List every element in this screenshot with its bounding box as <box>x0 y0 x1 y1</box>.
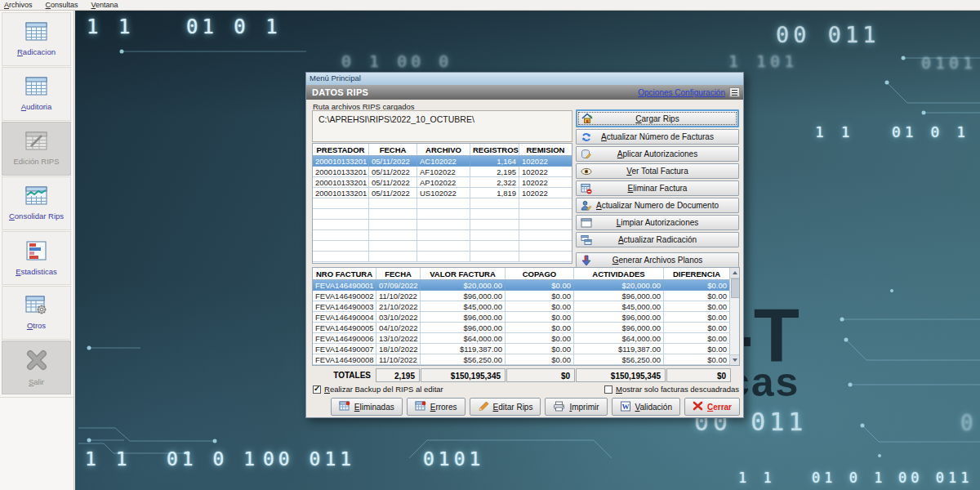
sidebar-item-label: Salir <box>29 377 44 386</box>
scroll-up-icon[interactable] <box>730 268 739 278</box>
rips-path-value: C:\APREHSI\RIPS\2022_10_OCTUBRE\ <box>318 114 474 124</box>
table-chart-icon <box>25 186 47 208</box>
file-row-empty <box>313 209 572 220</box>
binary-digits: 0101 <box>423 448 484 470</box>
file-row-selected[interactable]: 200010133201 05/11/2022 AC102022 1,164 1… <box>313 156 572 167</box>
svg-text:W: W <box>621 403 629 411</box>
binary-digits: 0101 <box>921 53 977 73</box>
action-label: Generar Archivos Planos <box>612 256 703 265</box>
sidebar-item-estadisticas[interactable]: Estadisticas <box>2 231 71 285</box>
actualizar-radicacion-button[interactable]: Actualizar Radicación <box>576 232 739 247</box>
totals-actividades: $150,195,345 <box>576 368 666 382</box>
table-edit-icon <box>25 131 47 154</box>
sidebar-item-auditoria[interactable]: Auditoria <box>2 67 71 121</box>
word-doc-icon: W <box>620 401 631 413</box>
sidebar-item-label: Edición RIPS <box>14 157 60 166</box>
file-row-empty <box>313 241 572 252</box>
invoice-row-selected[interactable]: FEVA146490001 07/09/2022 $20,000.00 $0.0… <box>313 280 729 291</box>
file-row[interactable]: 200010133201 05/11/2022 AF102022 2,195 1… <box>313 167 572 177</box>
sidebar-item-otros[interactable]: Otros <box>2 286 71 340</box>
footer-button-label: Editar Rips <box>493 403 533 412</box>
file-row-empty <box>313 230 572 241</box>
action-label: Aplicar Autorizaciones <box>617 149 697 158</box>
invoices-scrollbar[interactable] <box>729 268 739 365</box>
sidebar-item-label: Auditoria <box>21 102 52 111</box>
file-row[interactable]: 200010133201 05/11/2022 US102022 1,819 1… <box>313 188 572 198</box>
rips-path-field[interactable]: C:\APREHSI\RIPS\2022_10_OCTUBRE\ <box>312 110 572 142</box>
action-label: Limpiar Autorizaciones <box>617 218 699 227</box>
cerrar-button[interactable]: Cerrar <box>684 398 740 416</box>
binary-digits: 1 1 <box>738 470 776 486</box>
ver-total-factura-button[interactable]: Ver Total Factura <box>576 163 739 179</box>
imprimir-button[interactable]: Imprimir <box>545 398 607 416</box>
file-row-empty <box>313 220 572 230</box>
invoice-row[interactable]: FEVA146490005 04/10/2022 $96,000.00 $0.0… <box>313 323 729 333</box>
backup-checkbox-group[interactable]: Realizar Backup del RIPS al editar <box>313 385 443 394</box>
invoice-row[interactable]: FEVA146490004 03/10/2022 $96,000.00 $0.0… <box>313 312 729 323</box>
binary-digits: 1 1 <box>815 123 854 140</box>
database-edit-icon <box>581 149 592 162</box>
pencil-icon <box>478 401 489 413</box>
invoices-table-header: NRO FACTURA FECHA VALOR FACTURA COPAGO A… <box>313 268 729 280</box>
actualizar-numero-documento-button[interactable]: Actualizar Numero de Documento <box>576 198 739 213</box>
checkbox-label: Realizar Backup del RIPS al editar <box>324 385 443 394</box>
checkbox-checked-icon[interactable] <box>313 385 321 394</box>
scroll-down-icon[interactable] <box>730 354 739 365</box>
opciones-configuracion-link[interactable]: Opciones Configuración <box>638 88 725 97</box>
home-icon <box>581 113 593 126</box>
refresh-icon <box>581 131 592 145</box>
menu-ventana[interactable]: Ventana <box>91 1 118 9</box>
action-label: Actualizar Radicación <box>618 235 697 244</box>
invoice-row[interactable]: FEVA146490006 13/10/2022 $64,000.00 $0.0… <box>313 333 729 344</box>
close-x-icon <box>24 350 49 374</box>
menu-principal-dialog: Menú Principal DATOS RIPS Opciones Confi… <box>305 72 744 418</box>
totals-valor-factura: $150,195,345 <box>421 368 506 382</box>
binary-digits: 0 1 00 0 <box>341 51 452 71</box>
file-row[interactable]: 200010133201 05/11/2022 AP102022 2,322 1… <box>313 177 572 188</box>
editar-rips-button[interactable]: Editar Rips <box>470 398 541 416</box>
limpiar-autorizaciones-button[interactable]: Limpiar Autorizaciones <box>576 215 739 230</box>
binary-digits: 01 0 1 <box>892 123 969 140</box>
totals-label: TOTALES <box>312 368 376 382</box>
menu-archivos[interactable]: Archivos <box>4 1 33 9</box>
descuadradas-checkbox-group[interactable]: Mostrar solo facturas descuadradas <box>604 385 739 394</box>
footer-button-row: Eliminadas Errores Editar Rips Imprimir … <box>312 398 740 416</box>
totals-copago: $0 <box>506 368 575 382</box>
sidebar-item-consolidar-rips[interactable]: Consolidar Rips <box>2 176 71 230</box>
action-label: Eliminar Factura <box>628 184 688 193</box>
binary-digits: 1 1 <box>85 448 131 470</box>
sidebar-item-label: Estadisticas <box>16 267 57 276</box>
menu-consultas[interactable]: Consultas <box>46 1 78 9</box>
errores-button[interactable]: Errores <box>407 398 466 416</box>
actualizar-numero-facturas-button[interactable]: Actualizar Número de Facturas <box>576 129 739 145</box>
dialog-title: Menú Principal <box>310 74 361 82</box>
action-label: Cargar Rips <box>635 114 679 123</box>
table-icon <box>25 77 47 99</box>
invoice-row[interactable]: FEVA146490003 21/10/2022 $45,000.00 $0.0… <box>313 301 729 312</box>
binary-digits: 01 0 1 <box>812 470 886 486</box>
scrollbar-thumb[interactable] <box>731 278 740 298</box>
validacion-button[interactable]: W Validación <box>612 398 680 416</box>
action-label: Ver Total Factura <box>626 167 688 176</box>
aplicar-autorizaciones-button[interactable]: Aplicar Autorizaciones <box>576 146 739 162</box>
section-title: DATOS RIPS <box>312 87 638 97</box>
sidebar-item-radicacion[interactable]: Radicacion <box>2 12 71 66</box>
binary-digits: 1 101 <box>728 51 798 71</box>
table-icon <box>25 22 47 44</box>
generar-archivos-planos-button[interactable]: Generar Archivos Planos <box>576 252 739 268</box>
dialog-titlebar[interactable]: Menú Principal <box>306 73 743 85</box>
sidebar-toolbar: Radicacion Auditoria Edición RIPS Consol… <box>0 11 74 490</box>
eliminar-factura-button[interactable]: Eliminar Factura <box>576 180 739 196</box>
eye-icon <box>581 166 592 179</box>
hamburger-menu-icon[interactable] <box>729 87 740 97</box>
footer-button-label: Imprimir <box>569 403 599 412</box>
invoice-row[interactable]: FEVA146490007 18/10/2022 $119,387.00 $0.… <box>313 344 729 354</box>
eliminadas-button[interactable]: Eliminadas <box>331 398 403 416</box>
checkbox-label: Mostrar solo facturas descuadradas <box>616 385 739 394</box>
cargar-rips-button[interactable]: Cargar Rips <box>576 109 739 127</box>
action-label: Actualizar Número de Facturas <box>601 132 714 141</box>
checkbox-unchecked-icon[interactable] <box>604 385 612 394</box>
invoice-row[interactable]: FEVA146490008 11/10/2022 $56,250.00 $0.0… <box>313 354 729 365</box>
totals-row: TOTALES 2,195 $150,195,345 $0 $150,195,3… <box>312 368 740 382</box>
invoice-row[interactable]: FEVA146490002 11/10/2022 $96,000.00 $0.0… <box>313 291 729 301</box>
